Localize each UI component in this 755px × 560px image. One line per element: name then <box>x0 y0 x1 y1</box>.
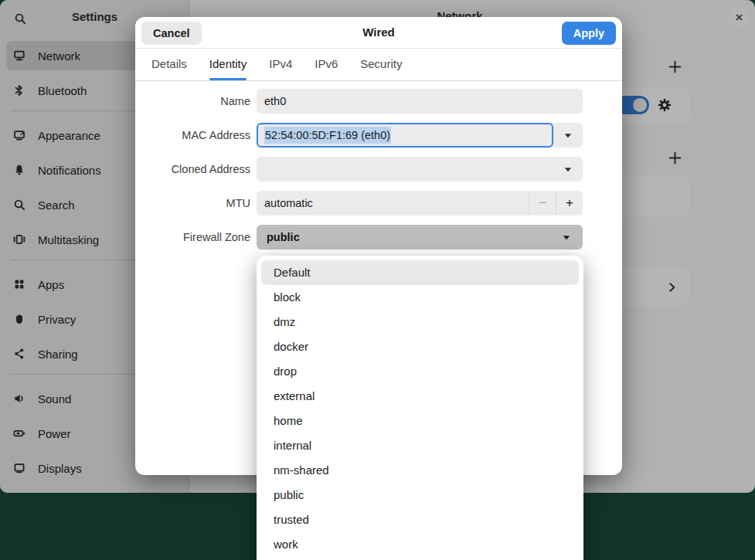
mac-address-row: MAC Address 52:54:00:5D:F1:69 (eth0) <box>135 123 622 148</box>
zone-option-trusted[interactable]: trusted <box>261 507 579 532</box>
zone-option-public[interactable]: public <box>261 483 579 507</box>
cloned-address-label: Cloned Address <box>135 157 250 182</box>
cloned-address-input[interactable] <box>257 157 583 182</box>
minus-icon: − <box>539 195 546 210</box>
firewall-zone-popover: Default block dmz docker drop external h… <box>257 256 583 560</box>
firewall-zone-dropdown-button[interactable]: public <box>257 225 583 249</box>
identity-form: Name eth0 MAC Address 52:54:00:5D:F1:69 … <box>135 89 622 259</box>
zone-option-block[interactable]: block <box>261 285 579 310</box>
mtu-row: MTU automatic − + <box>135 191 622 216</box>
name-row: Name eth0 <box>135 89 622 114</box>
mac-address-label: MAC Address <box>135 123 250 148</box>
zone-option-nm-shared[interactable]: nm-shared <box>261 458 579 483</box>
zone-option-home[interactable]: home <box>261 409 579 433</box>
mtu-increment-button[interactable]: + <box>556 191 583 216</box>
dialog-header: Wired Cancel Apply <box>135 17 622 49</box>
firewall-zone-row: Firewall Zone public <box>135 225 622 249</box>
cloned-combo-dropdown-button[interactable] <box>553 157 583 182</box>
tab-ipv4[interactable]: IPv4 <box>269 49 292 80</box>
chevron-down-icon <box>564 167 572 172</box>
name-label: Name <box>135 89 250 114</box>
cloned-address-row: Cloned Address <box>135 157 622 182</box>
mac-address-input[interactable]: 52:54:00:5D:F1:69 (eth0) <box>257 123 553 148</box>
zone-option-dmz[interactable]: dmz <box>261 310 579 334</box>
tab-security[interactable]: Security <box>360 49 402 80</box>
mtu-spinner: automatic − + <box>257 191 583 216</box>
dialog-title: Wired <box>135 17 622 49</box>
mtu-label: MTU <box>135 191 250 216</box>
firewall-zone-value: public <box>267 231 300 243</box>
dialog-tabbar: Details Identity IPv4 IPv6 Security <box>135 49 622 81</box>
mac-combo-dropdown-button[interactable] <box>553 123 583 148</box>
firewall-zone-label: Firewall Zone <box>135 225 250 249</box>
apply-button[interactable]: Apply <box>562 22 616 45</box>
zone-option-work[interactable]: work <box>261 532 579 557</box>
mtu-decrement-button[interactable]: − <box>529 191 556 216</box>
name-input[interactable]: eth0 <box>257 89 583 114</box>
zone-option-external[interactable]: external <box>261 384 579 409</box>
tab-ipv6[interactable]: IPv6 <box>315 49 338 80</box>
mtu-input[interactable]: automatic <box>257 191 529 216</box>
cancel-button[interactable]: Cancel <box>141 22 202 45</box>
screen: Settings Network Bluetooth Appearance <box>0 0 755 560</box>
chevron-down-icon <box>563 235 570 240</box>
zone-option-internal[interactable]: internal <box>261 433 579 458</box>
zone-option-drop[interactable]: drop <box>261 359 579 384</box>
plus-icon: + <box>566 195 573 210</box>
zone-option-docker[interactable]: docker <box>261 334 579 359</box>
selected-text: 52:54:00:5D:F1:69 (eth0) <box>264 127 391 144</box>
tab-identity[interactable]: Identity <box>209 49 247 80</box>
zone-option-default[interactable]: Default <box>261 260 579 285</box>
zone-arrow-area <box>552 225 581 249</box>
tab-details[interactable]: Details <box>151 49 187 80</box>
chevron-down-icon <box>564 133 572 138</box>
